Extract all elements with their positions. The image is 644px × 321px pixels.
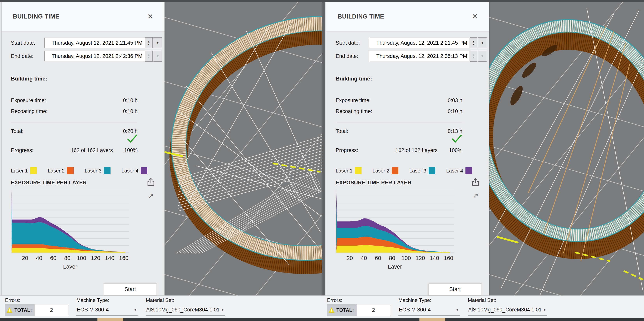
progress-label: Progress: [11, 147, 34, 154]
dialog-header: BUILDING TIME ✕ [2, 2, 164, 32]
svg-text:120: 120 [91, 255, 100, 261]
exposure-time-row: Exposure time: 0:03 h [336, 98, 460, 105]
recoating-time-value: 0:10 h [425, 108, 462, 114]
legend-item-laser3: Laser 3 [84, 167, 110, 174]
total-errors-value[interactable]: 2 [35, 304, 68, 316]
status-bar: Errors: TOTAL: 2 Machine Type: EOS M 300… [0, 296, 322, 318]
total-value: 0:13 h [425, 128, 462, 134]
start-date-label: Start date: [336, 40, 369, 46]
window-edge-divider [322, 2, 325, 296]
total-errors-value[interactable]: 2 [357, 304, 390, 316]
chevron-down-icon: ▼ [156, 41, 160, 45]
end-date-label: End date: [336, 53, 369, 59]
spin-down-icon[interactable]: ▼ [472, 43, 475, 46]
bottom-scrollbar[interactable] [0, 318, 322, 321]
exposure-time-label: Exposure time: [336, 98, 371, 104]
screen-root: BUILDING TIME ✕ Start date: Thursday, Au… [0, 0, 644, 321]
svg-text:160: 160 [444, 255, 453, 261]
viewport-3d[interactable] [489, 2, 644, 296]
svg-text:20: 20 [22, 255, 28, 261]
material-set-select[interactable]: AlSi10Mg_060_CoreM304 1.01 (Cu ▼ [468, 305, 547, 316]
exposure-time-row: Exposure time: 0:10 h [11, 98, 136, 105]
svg-text:Layer: Layer [63, 264, 78, 269]
errors-total-chip: TOTAL: [327, 304, 357, 316]
machine-type-select[interactable]: EOS M 300-4 ▼ [398, 305, 460, 316]
laser4-label: Laser 4 [446, 168, 463, 174]
total-errors-label: TOTAL: [336, 307, 354, 313]
start-date-row: Start date: Thursday, August 12, 2021 2:… [336, 38, 487, 48]
laser2-swatch [67, 167, 74, 174]
end-date-label: End date: [11, 53, 44, 59]
laser-legend: Laser 1 Laser 2 Laser 3 Laser 4 [336, 167, 472, 174]
start-date-input[interactable]: Thursday, August 12, 2021 2:21:45 PM [44, 38, 145, 48]
export-chart-icon[interactable] [471, 178, 480, 186]
machine-type-select[interactable]: EOS M 300-4 ▼ [76, 305, 138, 316]
start-date-spinner[interactable]: ▲ ▼ [145, 38, 152, 48]
chevron-down-icon: ▼ [456, 308, 459, 312]
errors-total-chip: TOTAL: [5, 304, 35, 316]
start-button[interactable]: Start [428, 284, 482, 296]
expand-chart-icon[interactable]: ↗ [471, 192, 480, 200]
export-chart-icon[interactable] [146, 178, 155, 186]
svg-text:40: 40 [36, 255, 42, 261]
laser1-label: Laser 1 [336, 168, 352, 174]
close-icon[interactable]: ✕ [147, 13, 153, 20]
bottom-scrollbar-thumb[interactable] [420, 318, 445, 321]
bottom-scrollbar-thumb[interactable] [98, 318, 123, 321]
legend-item-laser1: Laser 1 [11, 167, 37, 174]
exposure-time-chart: 20406080100120140160Layer [333, 187, 458, 269]
svg-text:40: 40 [361, 255, 367, 261]
total-time-row: Total: 0:20 h [11, 128, 136, 136]
laser1-swatch [355, 167, 362, 174]
end-date-row: End date: Thursday, August 12, 2021 2:42… [11, 51, 162, 62]
spin-up-icon[interactable]: ▲ [147, 40, 150, 43]
machine-type-label: Machine Type: [76, 297, 109, 303]
start-date-label: Start date: [11, 40, 44, 46]
machine-type-value: EOS M 300-4 [399, 307, 431, 313]
close-icon[interactable]: ✕ [472, 13, 478, 20]
dialog-title: BUILDING TIME [13, 13, 60, 20]
end-date-spinner: ▲ ▼ [145, 51, 152, 62]
start-date-input[interactable]: Thursday, August 12, 2021 2:21:45 PM [369, 38, 470, 48]
window-top-bar [0, 0, 322, 2]
start-date-spinner[interactable]: ▲ ▼ [470, 38, 477, 48]
material-set-label: Material Set: [468, 297, 496, 303]
chevron-down-icon: ▼ [221, 308, 224, 312]
chevron-down-icon: ▼ [156, 54, 160, 58]
laser2-label: Laser 2 [372, 168, 390, 174]
total-time-row: Total: 0:13 h [336, 128, 460, 136]
viewport-3d[interactable] [164, 2, 322, 296]
exposure-time-value: 0:10 h [100, 98, 138, 104]
spin-up-icon[interactable]: ▲ [472, 40, 475, 43]
material-set-select[interactable]: AlSi10Mg_060_CoreM304 1.01 (Cu ▼ [146, 305, 225, 316]
laser1-label: Laser 1 [11, 168, 28, 174]
legend-item-laser4: Laser 4 [446, 167, 472, 174]
end-date-calendar-dropdown: ▼ [153, 51, 162, 62]
svg-text:80: 80 [389, 255, 395, 261]
errors-label: Errors: [327, 297, 342, 303]
laser4-swatch [141, 167, 147, 174]
svg-text:60: 60 [50, 255, 56, 261]
end-date-row: End date: Thursday, August 12, 2021 2:35… [336, 51, 487, 62]
start-button[interactable]: Start [104, 284, 157, 296]
spin-down-icon[interactable]: ▼ [147, 43, 150, 46]
laser4-swatch [466, 167, 472, 174]
laser-legend: Laser 1 Laser 2 Laser 3 Laser 4 [11, 167, 147, 174]
building-time-section-label: Building time: [11, 76, 47, 82]
spin-down-icon: ▼ [147, 56, 150, 59]
bottom-scrollbar[interactable] [322, 318, 644, 321]
svg-text:20: 20 [346, 255, 353, 261]
machine-type-label: Machine Type: [398, 297, 431, 303]
end-date-calendar-dropdown: ▼ [478, 51, 487, 62]
material-set-value: AlSi10Mg_060_CoreM304 1.01 (Cu [468, 307, 542, 313]
material-set-label: Material Set: [146, 297, 174, 303]
start-date-calendar-dropdown[interactable]: ▼ [153, 38, 162, 48]
expand-chart-icon[interactable]: ↗ [146, 192, 155, 200]
start-date-calendar-dropdown[interactable]: ▼ [478, 38, 487, 48]
exposure-time-chart: 20406080100120140160Layer [8, 187, 134, 269]
recoating-time-row: Recoating time: 0:10 h [11, 108, 136, 116]
progress-percent: 100% [425, 147, 462, 154]
divider [336, 123, 462, 123]
recoating-time-label: Recoating time: [336, 108, 372, 114]
exposure-time-value: 0:03 h [425, 98, 462, 104]
